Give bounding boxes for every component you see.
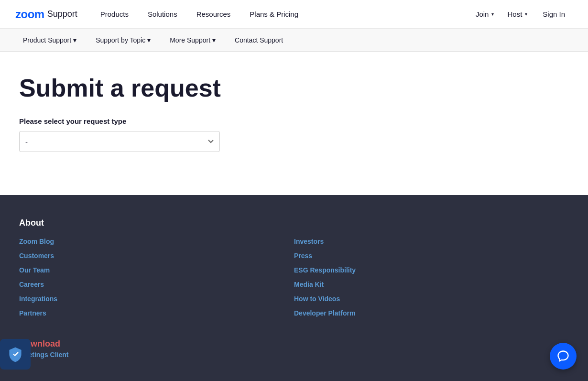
footer: About Zoom Blog Customers Our Team Caree… (0, 195, 588, 381)
footer-partners[interactable]: Partners (19, 309, 294, 317)
chat-button[interactable] (550, 343, 577, 370)
join-label: Join (476, 10, 489, 18)
footer-download-section: Download (19, 339, 569, 349)
footer-col-left: Zoom Blog Customers Our Team Careers Int… (19, 238, 294, 324)
footer-col-right: Investors Press ESG Responsibility Media… (294, 238, 569, 324)
contact-support-label: Contact Support (235, 36, 283, 44)
join-chevron-icon: ▾ (491, 11, 494, 17)
product-support-label: Product Support (23, 36, 71, 44)
footer-about-title: About (19, 218, 569, 228)
sub-navigation: Product Support ▾ Support by Topic ▾ Mor… (0, 29, 588, 52)
nav-solutions[interactable]: Solutions (140, 6, 185, 22)
nav-plans-pricing[interactable]: Plans & Pricing (242, 6, 306, 22)
zoom-logo: zoom (15, 8, 44, 21)
request-type-select[interactable]: - (19, 131, 220, 152)
logo-link[interactable]: zoom Support (15, 8, 77, 21)
support-label: Support (47, 9, 77, 19)
nav-sign-in[interactable]: Sign In (535, 6, 573, 22)
host-label: Host (507, 10, 522, 18)
shield-icon (7, 346, 24, 363)
footer-investors[interactable]: Investors (294, 238, 569, 245)
footer-media-kit[interactable]: Media Kit (294, 281, 569, 288)
top-nav-right: Join ▾ Host ▾ Sign In (470, 6, 573, 22)
product-support-chevron-icon: ▾ (73, 36, 76, 44)
host-chevron-icon: ▾ (525, 11, 527, 17)
footer-press[interactable]: Press (294, 252, 569, 260)
footer-careers[interactable]: Careers (19, 281, 294, 288)
page-title: Submit a request (19, 75, 569, 102)
top-navigation: zoom Support Products Solutions Resource… (0, 0, 588, 29)
footer-esg[interactable]: ESG Responsibility (294, 266, 569, 274)
footer-meetings-client[interactable]: Meetings Client (19, 351, 569, 359)
support-by-topic-chevron-icon: ▾ (147, 36, 151, 44)
subnav-more-support[interactable]: More Support ▾ (162, 33, 223, 48)
subnav-support-by-topic[interactable]: Support by Topic ▾ (88, 33, 158, 48)
more-support-chevron-icon: ▾ (212, 36, 216, 44)
top-nav-links: Products Solutions Resources Plans & Pri… (93, 6, 470, 22)
nav-resources[interactable]: Resources (189, 6, 239, 22)
footer-customers[interactable]: Customers (19, 252, 294, 260)
footer-zoom-blog[interactable]: Zoom Blog (19, 238, 294, 245)
chat-icon (556, 349, 570, 363)
more-support-label: More Support (170, 36, 210, 44)
footer-columns: Zoom Blog Customers Our Team Careers Int… (19, 238, 569, 324)
footer-our-team[interactable]: Our Team (19, 266, 294, 274)
footer-how-to-videos[interactable]: How to Videos (294, 295, 569, 303)
main-content: Submit a request Please select your requ… (0, 52, 588, 195)
subnav-contact-support[interactable]: Contact Support (227, 33, 291, 48)
footer-integrations[interactable]: Integrations (19, 295, 294, 303)
request-type-label: Please select your request type (19, 117, 569, 125)
support-by-topic-label: Support by Topic (96, 36, 145, 44)
footer-developer-platform[interactable]: Developer Platform (294, 309, 569, 317)
subnav-product-support[interactable]: Product Support ▾ (15, 33, 84, 48)
nav-host[interactable]: Host ▾ (501, 6, 533, 22)
security-badge[interactable] (0, 339, 31, 370)
nav-join[interactable]: Join ▾ (470, 6, 500, 22)
nav-products[interactable]: Products (93, 6, 136, 22)
